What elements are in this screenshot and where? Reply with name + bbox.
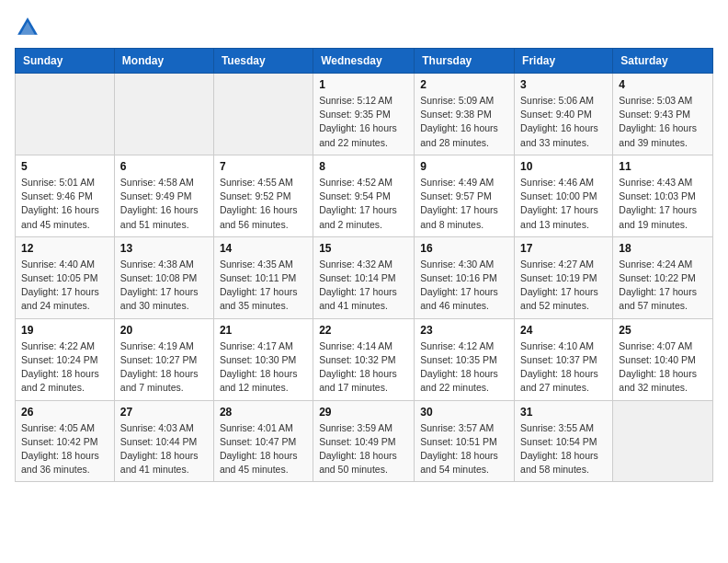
day-info: Sunrise: 5:12 AM Sunset: 9:35 PM Dayligh… [319,94,408,150]
calendar-header-sunday: Sunday [16,49,115,74]
day-number: 21 [220,324,307,337]
day-number: 29 [319,406,408,419]
day-number: 17 [520,242,607,255]
calendar-cell: 26Sunrise: 4:05 AM Sunset: 10:42 PM Dayl… [16,400,115,482]
logo [15,15,44,40]
day-number: 6 [120,160,208,173]
calendar-cell: 23Sunrise: 4:12 AM Sunset: 10:35 PM Dayl… [415,318,515,400]
day-number: 11 [619,160,707,173]
calendar-cell: 7Sunrise: 4:55 AM Sunset: 9:52 PM Daylig… [213,155,313,236]
calendar-week-row: 12Sunrise: 4:40 AM Sunset: 10:05 PM Dayl… [16,236,713,318]
calendar-cell: 21Sunrise: 4:17 AM Sunset: 10:30 PM Dayl… [213,318,313,400]
calendar-week-row: 26Sunrise: 4:05 AM Sunset: 10:42 PM Dayl… [16,400,713,482]
day-info: Sunrise: 3:55 AM Sunset: 10:54 PM Daylig… [520,421,607,477]
calendar-cell: 28Sunrise: 4:01 AM Sunset: 10:47 PM Dayl… [213,400,313,482]
day-info: Sunrise: 4:30 AM Sunset: 10:16 PM Daylig… [420,258,508,314]
day-info: Sunrise: 4:12 AM Sunset: 10:35 PM Daylig… [420,339,508,396]
calendar-cell: 18Sunrise: 4:24 AM Sunset: 10:22 PM Dayl… [613,236,713,318]
day-number: 1 [319,78,408,91]
calendar-cell: 31Sunrise: 3:55 AM Sunset: 10:54 PM Dayl… [515,400,613,482]
day-info: Sunrise: 5:01 AM Sunset: 9:46 PM Dayligh… [21,176,108,232]
day-info: Sunrise: 4:46 AM Sunset: 10:00 PM Daylig… [520,176,607,232]
day-info: Sunrise: 4:05 AM Sunset: 10:42 PM Daylig… [21,421,108,477]
day-info: Sunrise: 4:52 AM Sunset: 9:54 PM Dayligh… [319,176,408,232]
calendar-header-saturday: Saturday [613,49,713,74]
calendar-cell: 6Sunrise: 4:58 AM Sunset: 9:49 PM Daylig… [114,155,213,236]
day-info: Sunrise: 4:58 AM Sunset: 9:49 PM Dayligh… [120,176,208,232]
day-info: Sunrise: 4:03 AM Sunset: 10:44 PM Daylig… [120,421,208,477]
day-info: Sunrise: 4:24 AM Sunset: 10:22 PM Daylig… [619,258,707,314]
calendar-cell: 27Sunrise: 4:03 AM Sunset: 10:44 PM Dayl… [114,400,213,482]
day-info: Sunrise: 4:32 AM Sunset: 10:14 PM Daylig… [319,258,408,314]
day-number: 14 [220,242,307,255]
calendar-cell: 24Sunrise: 4:10 AM Sunset: 10:37 PM Dayl… [515,318,613,400]
day-number: 8 [319,160,408,173]
day-info: Sunrise: 4:27 AM Sunset: 10:19 PM Daylig… [520,258,607,314]
day-info: Sunrise: 4:01 AM Sunset: 10:47 PM Daylig… [220,421,307,477]
calendar-cell: 16Sunrise: 4:30 AM Sunset: 10:16 PM Dayl… [415,236,515,318]
page-header [15,15,713,40]
day-info: Sunrise: 5:06 AM Sunset: 9:40 PM Dayligh… [520,94,607,150]
calendar-cell: 20Sunrise: 4:19 AM Sunset: 10:27 PM Dayl… [114,318,213,400]
calendar-table: SundayMondayTuesdayWednesdayThursdayFrid… [15,48,713,482]
day-number: 12 [21,242,108,255]
day-number: 15 [319,242,408,255]
calendar-header-wednesday: Wednesday [313,49,415,74]
day-number: 19 [21,324,108,337]
calendar-cell: 19Sunrise: 4:22 AM Sunset: 10:24 PM Dayl… [16,318,115,400]
calendar-cell: 11Sunrise: 4:43 AM Sunset: 10:03 PM Dayl… [613,155,713,236]
day-number: 27 [120,406,208,419]
calendar-header-thursday: Thursday [415,49,515,74]
calendar-cell: 3Sunrise: 5:06 AM Sunset: 9:40 PM Daylig… [515,74,613,155]
calendar-header-tuesday: Tuesday [213,49,313,74]
day-number: 13 [120,242,208,255]
day-number: 20 [120,324,208,337]
day-number: 7 [220,160,307,173]
day-info: Sunrise: 3:57 AM Sunset: 10:51 PM Daylig… [420,421,508,477]
calendar-cell [213,74,313,155]
day-info: Sunrise: 4:10 AM Sunset: 10:37 PM Daylig… [520,339,607,396]
calendar-cell [613,400,713,482]
calendar-cell: 25Sunrise: 4:07 AM Sunset: 10:40 PM Dayl… [613,318,713,400]
day-number: 4 [619,78,707,91]
calendar-cell: 10Sunrise: 4:46 AM Sunset: 10:00 PM Dayl… [515,155,613,236]
calendar-cell: 2Sunrise: 5:09 AM Sunset: 9:38 PM Daylig… [415,74,515,155]
calendar-week-row: 19Sunrise: 4:22 AM Sunset: 10:24 PM Dayl… [16,318,713,400]
day-number: 18 [619,242,707,255]
day-number: 16 [420,242,508,255]
calendar-cell [114,74,213,155]
calendar-cell: 22Sunrise: 4:14 AM Sunset: 10:32 PM Dayl… [313,318,415,400]
day-info: Sunrise: 4:38 AM Sunset: 10:08 PM Daylig… [120,258,208,314]
calendar-cell: 5Sunrise: 5:01 AM Sunset: 9:46 PM Daylig… [16,155,115,236]
calendar-cell: 8Sunrise: 4:52 AM Sunset: 9:54 PM Daylig… [313,155,415,236]
calendar-cell: 30Sunrise: 3:57 AM Sunset: 10:51 PM Dayl… [415,400,515,482]
calendar-cell: 14Sunrise: 4:35 AM Sunset: 10:11 PM Dayl… [213,236,313,318]
day-number: 10 [520,160,607,173]
day-info: Sunrise: 4:40 AM Sunset: 10:05 PM Daylig… [21,258,108,314]
calendar-header-row: SundayMondayTuesdayWednesdayThursdayFrid… [16,49,713,74]
calendar-week-row: 5Sunrise: 5:01 AM Sunset: 9:46 PM Daylig… [16,155,713,236]
day-number: 22 [319,324,408,337]
calendar-cell: 12Sunrise: 4:40 AM Sunset: 10:05 PM Dayl… [16,236,115,318]
day-info: Sunrise: 4:49 AM Sunset: 9:57 PM Dayligh… [420,176,508,232]
calendar-header-friday: Friday [515,49,613,74]
calendar-cell [16,74,115,155]
calendar-cell: 17Sunrise: 4:27 AM Sunset: 10:19 PM Dayl… [515,236,613,318]
day-number: 23 [420,324,508,337]
day-info: Sunrise: 5:03 AM Sunset: 9:43 PM Dayligh… [619,94,707,150]
calendar-header-monday: Monday [114,49,213,74]
day-number: 24 [520,324,607,337]
calendar-cell: 9Sunrise: 4:49 AM Sunset: 9:57 PM Daylig… [415,155,515,236]
calendar-cell: 13Sunrise: 4:38 AM Sunset: 10:08 PM Dayl… [114,236,213,318]
day-number: 28 [220,406,307,419]
calendar-cell: 4Sunrise: 5:03 AM Sunset: 9:43 PM Daylig… [613,74,713,155]
day-info: Sunrise: 4:14 AM Sunset: 10:32 PM Daylig… [319,339,408,396]
day-number: 31 [520,406,607,419]
logo-icon [15,15,40,40]
day-info: Sunrise: 4:43 AM Sunset: 10:03 PM Daylig… [619,176,707,232]
day-info: Sunrise: 4:35 AM Sunset: 10:11 PM Daylig… [220,258,307,314]
day-info: Sunrise: 4:55 AM Sunset: 9:52 PM Dayligh… [220,176,307,232]
day-info: Sunrise: 5:09 AM Sunset: 9:38 PM Dayligh… [420,94,508,150]
calendar-cell: 1Sunrise: 5:12 AM Sunset: 9:35 PM Daylig… [313,74,415,155]
day-number: 2 [420,78,508,91]
